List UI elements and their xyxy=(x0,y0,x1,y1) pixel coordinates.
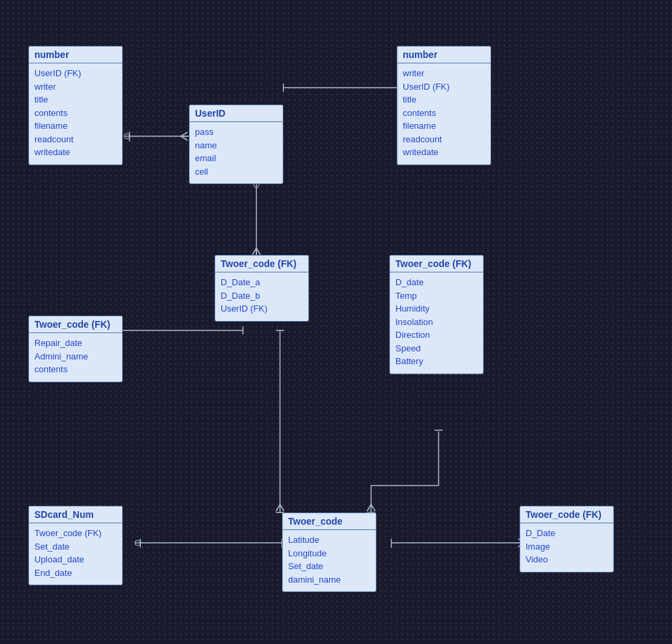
field-filename-1: filename xyxy=(34,119,117,133)
field-email: email xyxy=(195,152,277,165)
svg-line-27 xyxy=(371,504,375,511)
field-image: Image xyxy=(526,540,608,554)
table-body-twoercode-fk-1: D_Date_a D_Date_b UserID (FK) xyxy=(215,272,308,321)
field-writedate-2: writedate xyxy=(403,146,485,159)
field-contents-1: contents xyxy=(34,107,117,120)
table-header-twoercode-fk-4: Twoer_code (FK) xyxy=(520,506,613,523)
field-title-2: title xyxy=(403,93,485,107)
table-body-twoercode-fk-3: Repair_date Admini_name contents xyxy=(29,333,122,382)
svg-line-3 xyxy=(181,132,188,136)
field-ddate-b: D_Date_b xyxy=(221,289,303,303)
field-ddate: D_date xyxy=(395,276,478,289)
field-title-1: title xyxy=(34,93,117,107)
table-sdcard-num: SDcard_Num Twoer_code (FK) Set_date Uplo… xyxy=(28,506,123,585)
table-header-twoercode: Twoer_code xyxy=(283,513,376,530)
field-longitude: Longitude xyxy=(288,547,370,560)
field-userid-fk-3: UserID (FK) xyxy=(221,302,303,316)
field-damini-name: damini_name xyxy=(288,573,370,587)
field-writedate-1: writedate xyxy=(34,146,117,159)
table-header-twoercode-fk-3: Twoer_code (FK) xyxy=(29,316,122,333)
table-twoercode-fk-4: Twoer_code (FK) D_Date Image Video xyxy=(520,506,614,573)
field-insolation: Insolation xyxy=(395,316,478,329)
field-readcount-1: readcount xyxy=(34,133,117,146)
table-body-sdcard-num: Twoer_code (FK) Set_date Upload_date End… xyxy=(29,523,122,585)
svg-line-26 xyxy=(367,504,371,511)
field-repair-date: Repair_date xyxy=(34,336,117,350)
field-writer-1: writer xyxy=(34,80,117,94)
table-twoercode-fk-2: Twoer_code (FK) D_date Temp Humidity Ins… xyxy=(389,255,484,374)
field-userid-fk-2: UserID (FK) xyxy=(403,80,485,94)
field-temp: Temp xyxy=(395,289,478,303)
table-header-userid: UserID xyxy=(190,105,283,122)
field-readcount-2: readcount xyxy=(403,133,485,146)
table-number-1: number UserID (FK) writer title contents… xyxy=(28,46,123,165)
field-video: Video xyxy=(526,553,608,566)
field-ddate-a: D_Date_a xyxy=(221,276,303,289)
table-twoercode-fk-3: Twoer_code (FK) Repair_date Admini_name … xyxy=(28,316,123,382)
table-body-number-2: writer UserID (FK) title contents filena… xyxy=(397,63,491,165)
field-contents-2: contents xyxy=(403,107,485,120)
field-latitude: Latitude xyxy=(288,533,370,547)
svg-line-14 xyxy=(256,248,260,255)
field-writer-2: writer xyxy=(403,67,485,80)
field-d-date: D_Date xyxy=(526,527,608,540)
svg-point-1 xyxy=(124,134,130,139)
field-twoercode-fk-4: Twoer_code (FK) xyxy=(34,527,117,540)
svg-line-4 xyxy=(181,136,188,140)
table-body-number-1: UserID (FK) writer title contents filena… xyxy=(29,63,122,165)
field-userid-fk-1: UserID (FK) xyxy=(34,67,117,80)
table-header-sdcard-num: SDcard_Num xyxy=(29,506,122,523)
field-admini-name: Admini_name xyxy=(34,350,117,363)
table-header-number-2: number xyxy=(397,47,491,63)
field-speed: Speed xyxy=(395,342,478,355)
table-body-twoercode-fk-4: D_Date Image Video xyxy=(520,523,613,572)
field-upload-date: Upload_date xyxy=(34,553,117,566)
field-battery: Battery xyxy=(395,355,478,368)
field-direction: Direction xyxy=(395,328,478,342)
table-header-twoercode-fk-2: Twoer_code (FK) xyxy=(390,256,483,272)
table-body-userid: pass name email cell xyxy=(190,122,283,183)
field-contents-3: contents xyxy=(34,363,117,376)
table-header-number-1: number xyxy=(29,47,122,63)
table-number-2: number writer UserID (FK) title contents… xyxy=(397,46,491,165)
field-set-date-1: Set_date xyxy=(34,540,117,554)
field-name: name xyxy=(195,139,277,152)
table-body-twoercode: Latitude Longitude Set_date damini_name xyxy=(283,530,376,591)
svg-point-29 xyxy=(135,540,140,546)
field-humidity: Humidity xyxy=(395,302,478,316)
field-end-date: End_date xyxy=(34,566,117,580)
field-cell: cell xyxy=(195,165,277,179)
field-filename-2: filename xyxy=(403,119,485,133)
table-userid: UserID pass name email cell xyxy=(189,105,283,184)
table-twoercode: Twoer_code Latitude Longitude Set_date d… xyxy=(282,513,376,592)
table-header-twoercode-fk-1: Twoer_code (FK) xyxy=(215,256,308,272)
field-set-date-2: Set_date xyxy=(288,560,370,573)
svg-line-22 xyxy=(276,504,280,511)
svg-line-13 xyxy=(252,248,256,255)
field-pass: pass xyxy=(195,125,277,139)
table-body-twoercode-fk-2: D_date Temp Humidity Insolation Directio… xyxy=(390,272,483,374)
table-twoercode-fk-1: Twoer_code (FK) D_Date_a D_Date_b UserID… xyxy=(215,255,309,322)
svg-line-23 xyxy=(280,504,284,511)
